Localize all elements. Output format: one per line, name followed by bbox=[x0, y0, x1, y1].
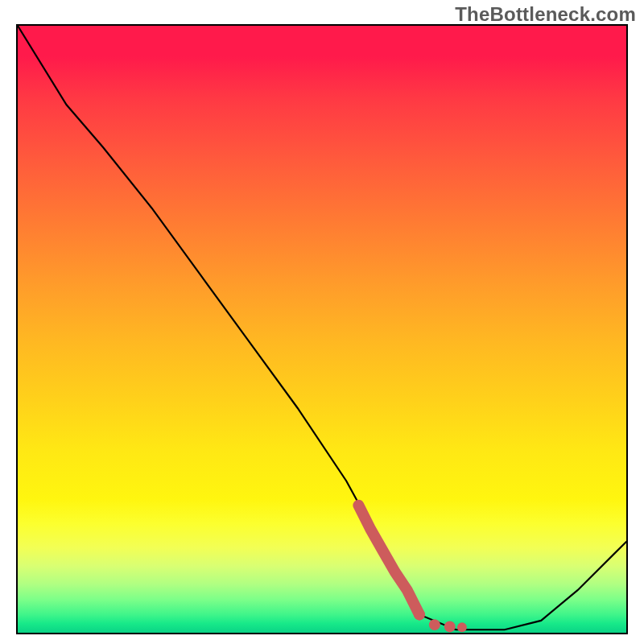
plot-area bbox=[16, 24, 628, 634]
chart-frame: TheBottleneck.com bbox=[0, 0, 644, 644]
bottleneck-curve bbox=[18, 26, 626, 630]
highlight-dot bbox=[444, 621, 456, 632]
highlight-dot bbox=[429, 619, 440, 630]
highlight-stroke bbox=[358, 506, 419, 615]
watermark-text: TheBottleneck.com bbox=[455, 3, 636, 26]
highlight-dot bbox=[414, 609, 425, 620]
highlight-segment bbox=[358, 506, 466, 633]
highlight-dot bbox=[457, 622, 467, 632]
curve-layer bbox=[18, 26, 626, 633]
